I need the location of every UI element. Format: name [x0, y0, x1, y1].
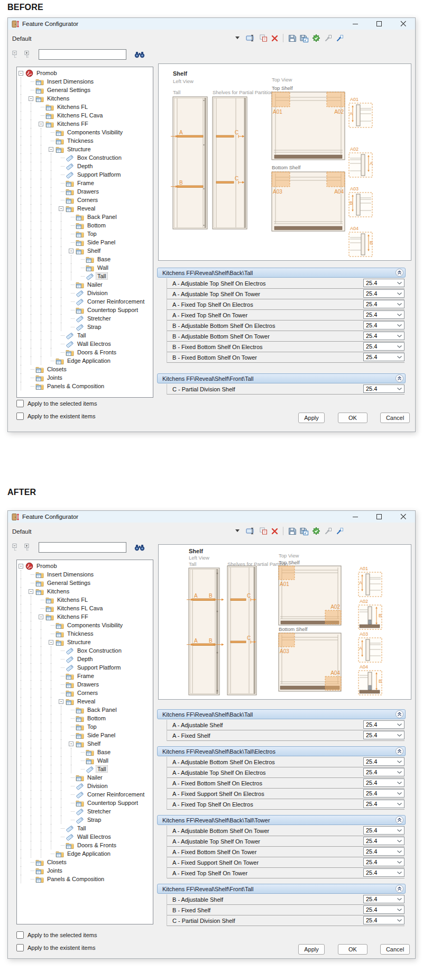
tree-item[interactable]: Wall — [19, 263, 153, 272]
tree-item[interactable]: Bottom — [19, 714, 153, 722]
tree-item[interactable]: Nailer — [19, 773, 153, 782]
tree-item[interactable]: Back Panel — [19, 213, 153, 221]
apply-settings-button[interactable] — [312, 527, 320, 535]
tree-item[interactable]: Back Panel — [19, 706, 153, 714]
tree-item[interactable]: Kitchens FL — [19, 103, 153, 111]
value-dropdown[interactable]: 25.4 — [363, 342, 405, 351]
apply-existent-checkbox[interactable]: Apply to the existent items — [16, 413, 95, 420]
tree-search-input[interactable] — [39, 542, 126, 553]
value-dropdown[interactable]: 25.4 — [363, 837, 405, 845]
find-button[interactable] — [134, 51, 145, 58]
collapse-toggle[interactable]: - — [39, 615, 43, 619]
tree-item[interactable]: Wall — [19, 756, 153, 765]
save-button[interactable] — [288, 34, 296, 42]
collapse-toggle[interactable]: - — [19, 71, 23, 76]
tree-item[interactable]: Edge Application — [19, 849, 153, 858]
tree-item[interactable]: -Kitchens — [19, 587, 153, 596]
tree-item[interactable]: Division — [19, 782, 153, 790]
collapse-panel-button[interactable] — [396, 269, 403, 277]
copy-preset-button[interactable] — [260, 34, 268, 42]
maximize-button[interactable] — [367, 511, 391, 523]
save-as-button[interactable] — [300, 527, 308, 535]
tree-item[interactable]: Box Construction — [19, 646, 153, 655]
collapse-toggle[interactable]: - — [59, 699, 63, 704]
value-dropdown[interactable]: 25.4 — [363, 826, 405, 835]
tree-item[interactable]: Box Construction — [19, 153, 153, 162]
tree-item[interactable]: Side Panel — [19, 731, 153, 739]
tree-item[interactable]: Wall Electros — [19, 340, 153, 348]
value-dropdown[interactable]: 25.4 — [363, 858, 405, 866]
collapse-panel-button[interactable] — [396, 710, 403, 718]
value-dropdown[interactable]: 25.4 — [363, 868, 405, 877]
tree-item[interactable]: Panels & Composition — [19, 875, 153, 883]
tree-item[interactable]: -Shelf — [19, 739, 153, 748]
delete-preset-button[interactable] — [271, 528, 278, 535]
tree-item[interactable]: Base — [19, 748, 153, 756]
value-dropdown[interactable]: 25.4 — [363, 289, 405, 298]
tree-item[interactable]: Kitchens FL Cava — [19, 604, 153, 612]
tree-item[interactable]: -Structure — [19, 638, 153, 646]
shortcut-gray-button[interactable] — [324, 34, 332, 42]
apply-selected-checkbox[interactable]: Apply to the selected items — [16, 931, 97, 939]
value-dropdown[interactable]: 25.4 — [363, 757, 405, 766]
value-dropdown[interactable]: 25.4 — [363, 905, 405, 914]
value-dropdown[interactable]: 25.4 — [363, 720, 405, 729]
shortcut-blue-button[interactable] — [336, 34, 344, 42]
value-dropdown[interactable]: 25.4 — [363, 789, 405, 798]
apply-selected-checkbox[interactable]: Apply to the selected items — [16, 400, 97, 407]
collapse-toggle[interactable]: - — [69, 249, 73, 253]
tree-item[interactable]: Kitchens FL Cava — [19, 111, 153, 120]
tree-item[interactable]: Division — [19, 289, 153, 297]
tree-item[interactable]: Frame — [19, 179, 153, 187]
close-button[interactable] — [391, 511, 415, 523]
tree-item[interactable]: Base — [19, 255, 153, 263]
tree-item[interactable]: Top — [19, 230, 153, 238]
save-as-button[interactable] — [300, 34, 308, 42]
tree-item[interactable]: -Kitchens FF — [19, 120, 153, 128]
maximize-button[interactable] — [367, 18, 391, 30]
tree-item[interactable]: Components Visibility — [19, 128, 153, 136]
tree-item[interactable]: Support Platform — [19, 663, 153, 672]
value-dropdown[interactable]: 25.4 — [363, 731, 405, 739]
tree-item[interactable]: Stretcher — [19, 807, 153, 816]
tree-item[interactable]: -Structure — [19, 145, 153, 153]
tree-item[interactable]: Drawers — [19, 187, 153, 196]
cancel-button[interactable]: Cancel — [380, 413, 410, 423]
tree-item[interactable]: Tall — [19, 272, 153, 280]
tree-item[interactable]: Stretcher — [19, 314, 153, 323]
value-dropdown[interactable]: 25.4 — [363, 384, 405, 393]
value-dropdown[interactable]: 25.4 — [363, 847, 405, 856]
tree-item[interactable]: -Promob — [19, 69, 153, 77]
find-button[interactable] — [134, 544, 145, 551]
tree-item[interactable]: Corner Reinforcement — [19, 790, 153, 799]
collapse-toggle[interactable]: - — [29, 589, 33, 594]
tree-item[interactable]: Doors & Fronts — [19, 348, 153, 356]
tree-item[interactable]: -Kitchens — [19, 94, 153, 103]
tree-item[interactable]: Strap — [19, 323, 153, 331]
value-dropdown[interactable]: 25.4 — [363, 800, 405, 808]
expand-all-button[interactable] — [24, 50, 33, 59]
tree-item[interactable]: Components Visibility — [19, 621, 153, 629]
tree-item[interactable]: Frame — [19, 672, 153, 680]
tree-item[interactable]: -Reveal — [19, 204, 153, 213]
value-dropdown[interactable]: 25.4 — [363, 916, 405, 924]
collapse-panel-button[interactable] — [396, 816, 403, 824]
tree-item[interactable]: Corners — [19, 689, 153, 697]
rename-preset-button[interactable] — [246, 34, 256, 42]
tree-item[interactable]: Top — [19, 722, 153, 731]
tree-item[interactable]: -Kitchens FF — [19, 612, 153, 621]
tree-item[interactable]: Tall — [19, 765, 153, 773]
tree-item[interactable]: Panels & Composition — [19, 382, 153, 390]
collapse-toggle[interactable]: - — [39, 122, 43, 126]
apply-existent-checkbox[interactable]: Apply to the existent items — [16, 944, 95, 951]
close-button[interactable] — [391, 18, 415, 30]
tree-item[interactable]: General Settings — [19, 579, 153, 587]
tree-item[interactable]: Corners — [19, 196, 153, 204]
tree-item[interactable]: Edge Application — [19, 356, 153, 365]
value-dropdown[interactable]: 25.4 — [363, 279, 405, 287]
collapse-toggle[interactable]: - — [49, 147, 53, 152]
tree-item[interactable]: Joints — [19, 866, 153, 875]
tree-item[interactable]: Thickness — [19, 629, 153, 638]
shortcut-blue-button[interactable] — [336, 527, 344, 535]
tree-item[interactable]: Nailer — [19, 280, 153, 289]
